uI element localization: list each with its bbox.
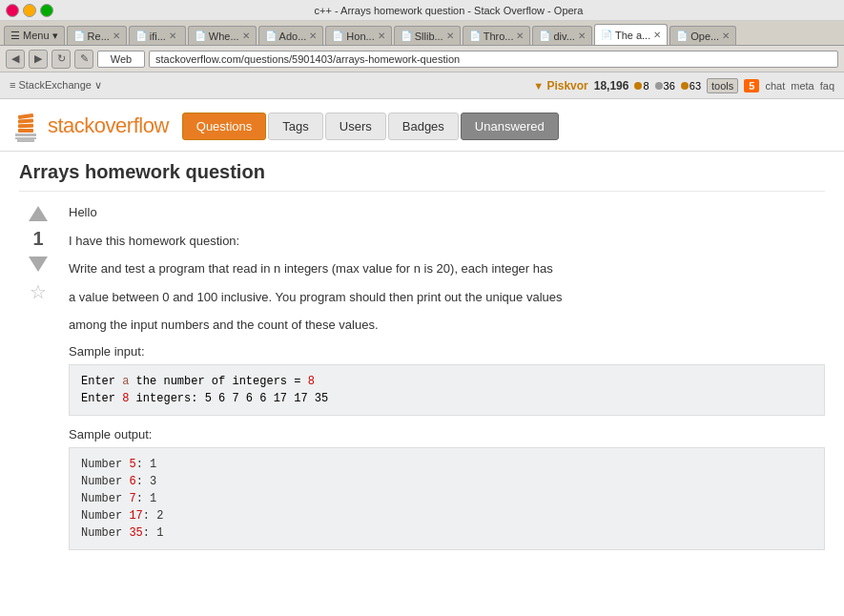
so-nav: stackoverflow Questions Tags Users Badge… [0, 99, 844, 143]
vote-count: 1 [32, 228, 43, 250]
chat-link[interactable]: chat [765, 80, 785, 92]
nav-tags[interactable]: Tags [268, 113, 322, 140]
question-line3: a value between 0 and 100 inclusive. You… [69, 288, 825, 307]
svg-rect-6 [18, 129, 33, 133]
output-line-0: Number 5: 1 [81, 456, 813, 473]
tab-menu-label: Menu ▾ [23, 30, 58, 42]
so-main: stackoverflow Questions Tags Users Badge… [0, 99, 844, 571]
minimize-button[interactable] [23, 4, 36, 17]
silver-badge: 36 [655, 80, 675, 92]
tab-close-icon[interactable]: ✕ [446, 31, 454, 41]
notification-badge[interactable]: 5 [744, 79, 759, 92]
reputation-score: 18,196 [594, 79, 629, 92]
sample-output-label: Sample output: [69, 427, 825, 441]
user-link[interactable]: ▼ Piskvor [533, 79, 588, 92]
svg-rect-4 [18, 118, 33, 123]
output-line-3: Number 17: 2 [81, 507, 813, 524]
tab-bar: ☰ Menu ▾ 📄 Re... ✕ 📄 ifi... ✕ 📄 Whe... ✕… [0, 21, 844, 46]
tab-hon[interactable]: 📄 Hon... ✕ [325, 26, 391, 45]
window-controls[interactable] [6, 4, 53, 17]
window-title: c++ - Arrays homework question - Stack O… [59, 5, 838, 16]
tab-ado[interactable]: 📄 Ado... ✕ [258, 26, 324, 45]
url-input[interactable]: stackoverflow.com/questions/5901403/arra… [149, 51, 838, 68]
tab-close-icon[interactable]: ✕ [242, 31, 250, 41]
tab-close-icon[interactable]: ✕ [309, 31, 317, 41]
nav-badges[interactable]: Badges [388, 113, 459, 140]
svg-rect-5 [18, 124, 33, 129]
tab-menu[interactable]: ☰ Menu ▾ [4, 26, 65, 45]
question-line4: among the input numbers and the count of… [69, 316, 825, 335]
question-content: Hello I have this homework question: Wri… [69, 203, 825, 562]
stack-exchange-link[interactable]: ≡ StackExchange ∨ [10, 79, 102, 92]
tab-label: Ado... [279, 31, 307, 42]
tab-whe[interactable]: 📄 Whe... ✕ [188, 26, 257, 45]
stack-exchange-label: ≡ StackExchange ∨ [10, 79, 102, 92]
svg-rect-3 [18, 113, 33, 119]
tab-close-icon[interactable]: ✕ [378, 31, 385, 41]
favorite-button[interactable]: ☆ [25, 278, 51, 305]
close-button[interactable] [6, 4, 19, 17]
nav-users[interactable]: Users [325, 113, 386, 140]
vote-up-button[interactable] [25, 203, 51, 224]
tab-label: Sllib... [415, 31, 443, 42]
svg-marker-7 [29, 206, 48, 221]
forward-button[interactable]: ▶ [29, 50, 48, 69]
reload-button[interactable]: ↻ [51, 50, 71, 69]
edit-button[interactable]: ✎ [74, 50, 93, 69]
tab-sllib[interactable]: 📄 Sllib... ✕ [394, 26, 461, 45]
so-header-bar: ≡ StackExchange ∨ ▼ Piskvor 18,196 8 36 … [0, 72, 844, 99]
tab-close-icon[interactable]: ✕ [169, 31, 176, 41]
tab-close-icon[interactable]: ✕ [516, 31, 524, 41]
logo-stack: stack [48, 113, 94, 137]
tab-close-icon[interactable]: ✕ [653, 30, 661, 40]
maximize-button[interactable] [40, 4, 53, 17]
protocol-label: Web [97, 51, 145, 68]
tab-icon: 📄 [265, 31, 277, 41]
tab-label: ifi... [150, 31, 166, 42]
tab-icon: 📄 [195, 31, 206, 41]
tab-div[interactable]: 📄 div... ✕ [532, 26, 591, 45]
tab-label: Re... [88, 31, 110, 42]
question-container: Arrays homework question 1 ☆ [0, 151, 844, 571]
output-line-4: Number 35: 1 [81, 524, 813, 542]
tab-re[interactable]: 📄 Re... ✕ [67, 26, 127, 45]
user-info: ▼ Piskvor 18,196 8 36 63 tools 5 chat me… [533, 78, 834, 93]
tab-ope[interactable]: 📄 Ope... ✕ [669, 26, 736, 45]
question-body: 1 ☆ Hello I have this homework question:… [19, 203, 825, 562]
sample-input-label: Sample input: [69, 344, 825, 359]
question-line2: Write and test a program that read in n … [69, 259, 825, 278]
back-button[interactable]: ◀ [6, 50, 25, 69]
tab-thea[interactable]: 📄 The a... ✕ [594, 24, 668, 45]
tab-close-icon[interactable]: ✕ [722, 31, 730, 41]
tools-button[interactable]: tools [707, 78, 738, 93]
code-line1: Enter a the number of integers = 8 [81, 375, 315, 388]
logo-overflow: overflow [94, 113, 169, 137]
tab-ifi[interactable]: 📄 ifi... ✕ [129, 26, 186, 45]
tab-label: Ope... [690, 31, 719, 42]
tab-label: Whe... [209, 31, 239, 42]
silver-dot [655, 82, 663, 90]
tab-thro[interactable]: 📄 Thro... ✕ [463, 26, 531, 45]
meta-link[interactable]: meta [791, 80, 813, 92]
tab-close-icon[interactable]: ✕ [113, 31, 120, 41]
tab-label: Thro... [484, 31, 514, 42]
tab-icon: 📄 [135, 31, 147, 41]
output-line-1: Number 6: 3 [81, 473, 813, 490]
address-bar: ◀ ▶ ↻ ✎ Web stackoverflow.com/questions/… [0, 46, 844, 72]
nav-unanswered[interactable]: Unanswered [461, 113, 559, 140]
gold-count: 8 [643, 80, 648, 92]
bronze-dot [681, 82, 689, 90]
svg-rect-1 [15, 137, 36, 139]
nav-questions[interactable]: Questions [182, 113, 267, 140]
bronze-badge: 63 [681, 80, 701, 92]
vote-down-button[interactable] [25, 254, 51, 275]
svg-rect-0 [15, 133, 36, 136]
gold-badge: 8 [634, 80, 648, 92]
nav-buttons: Questions Tags Users Badges Unanswered [182, 113, 559, 140]
tab-close-icon[interactable]: ✕ [578, 31, 586, 41]
tab-icon: 📄 [539, 31, 550, 41]
menu-icon: ☰ [10, 30, 20, 42]
so-logo[interactable]: stackoverflow [10, 109, 169, 143]
faq-link[interactable]: faq [820, 80, 834, 92]
tab-icon: 📄 [401, 31, 412, 41]
